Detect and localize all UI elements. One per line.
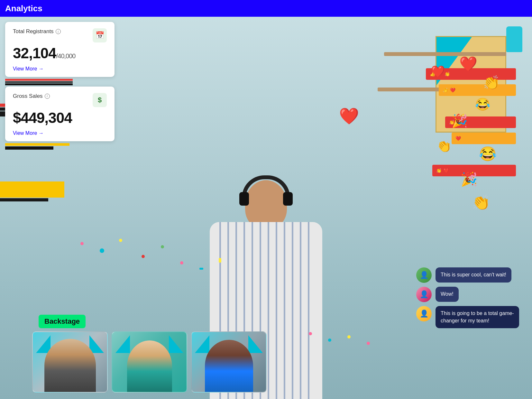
registrants-value: 32,104/40,000 <box>13 45 107 61</box>
confetti-pink2 <box>180 261 183 264</box>
bar-yellow-1 <box>5 143 69 146</box>
chat-bubble-3: This is going to be a total game-changer… <box>436 306 519 328</box>
confetti-teal2 <box>199 268 203 270</box>
registrants-card: Total Registrants i 📅 32,104/40,000 View… <box>5 22 115 77</box>
headphone-ear-left <box>239 192 249 206</box>
gross-sales-card: Gross Sales i $ $449,304 View More → <box>5 87 115 142</box>
headphone-ear-right <box>283 192 293 206</box>
gross-sales-icon-box: $ <box>93 93 107 107</box>
registrants-card-header: Total Registrants i 📅 <box>13 28 107 42</box>
confetti-pink4 <box>367 342 370 345</box>
chat-message-1: 👤 This is super cool, can't wait! <box>416 267 526 283</box>
gross-sales-label: Gross Sales i <box>13 93 50 99</box>
thumb-triangle-right-3 <box>248 335 263 353</box>
shirt-stripe <box>284 222 285 399</box>
gross-sales-icon: $ <box>98 96 102 104</box>
chat-message-3: 👤 This is going to be a total game-chang… <box>416 306 526 328</box>
confetti-pink <box>80 242 84 245</box>
chat-messages-container: 👤 This is super cool, can't wait! 👤 Wow!… <box>416 267 526 328</box>
gross-sales-label-text: Gross Sales <box>13 93 43 99</box>
gross-sales-number: $449,304 <box>13 109 72 126</box>
decorative-vase <box>506 26 522 52</box>
gross-sales-card-header: Gross Sales i $ <box>13 93 107 107</box>
registrants-icon: 📅 <box>96 31 104 40</box>
confetti-red <box>142 255 145 258</box>
kitchen-shelf-mid <box>378 88 513 91</box>
thumb-triangle-right-1 <box>89 335 104 353</box>
registrants-info-icon[interactable]: i <box>56 29 61 34</box>
confetti-teal <box>100 248 104 253</box>
confetti-yellow2 <box>219 258 221 263</box>
confetti-teal3 <box>328 339 331 342</box>
confetti-yellow <box>119 239 122 242</box>
registrants-number: 32,104 <box>13 45 56 61</box>
stripe-yellow <box>0 181 64 198</box>
chat-message-2: 👤 Wow! <box>416 287 526 302</box>
shirt-stripe <box>268 222 269 399</box>
confetti-pink3 <box>309 332 312 335</box>
backstage-label: Backstage <box>39 315 86 328</box>
shirt-stripe <box>308 222 309 399</box>
gross-sales-value: $449,304 <box>13 110 107 126</box>
thumb-person-2 <box>127 340 172 392</box>
shirt-stripe <box>300 222 301 399</box>
registrants-icon-box: 📅 <box>93 28 107 42</box>
avatar-person-1: 👤 <box>416 267 432 283</box>
chat-avatar-2: 👤 <box>416 287 432 302</box>
bar-red-1 <box>5 79 73 81</box>
chat-bubble-1: This is super cool, can't wait! <box>436 267 511 282</box>
gross-sales-info-icon[interactable]: i <box>45 94 50 99</box>
thumb-triangle-3 <box>195 335 209 353</box>
bars-decoration-1 <box>5 79 115 81</box>
chat-avatar-3: 👤 <box>416 306 432 321</box>
bar-black-2 <box>5 83 73 85</box>
wall-art-triangle <box>436 37 472 85</box>
kitchen-shelf-top <box>384 52 506 56</box>
main-video-area: 👍 ❤️ 👏 👏 ❤️ 👏 ❤️ 👏 ❤️ ❤️ 😂 👏 🎉 😂 👏 🎉 👏 ❤… <box>0 17 532 399</box>
stripe-black3 <box>0 198 48 201</box>
thumbnail-2[interactable] <box>112 331 187 393</box>
bar-black-1 <box>5 81 73 83</box>
analytics-cards-container: Total Registrants i 📅 32,104/40,000 View… <box>5 22 115 150</box>
thumb-triangle-right-2 <box>169 335 183 353</box>
thumbnail-1[interactable] <box>32 331 108 393</box>
thumb-person-3 <box>205 340 253 392</box>
shirt-stripe <box>292 222 293 399</box>
avatar-person-3: 👤 <box>416 306 432 321</box>
presenter-head <box>245 180 287 228</box>
headphone-band <box>242 175 290 198</box>
confetti-yellow3 <box>347 335 351 339</box>
thumbnails-row <box>32 331 267 399</box>
registrants-denominator: /40,000 <box>56 52 76 60</box>
registrants-label: Total Registrants i <box>13 28 61 35</box>
top-bar: Analytics <box>0 0 532 17</box>
gross-sales-view-more[interactable]: View More → <box>13 130 107 136</box>
registrants-view-more[interactable]: View More → <box>13 66 107 72</box>
avatar-person-2: 👤 <box>416 287 432 302</box>
shirt-stripe <box>276 222 277 399</box>
wall-art <box>436 36 506 133</box>
confetti-green <box>161 245 164 248</box>
registrants-label-text: Total Registrants <box>13 28 54 35</box>
thumb-person-1 <box>44 339 96 392</box>
app-title: Analytics <box>5 4 42 14</box>
chat-bubble-2: Wow! <box>436 287 459 302</box>
thumbnail-3[interactable] <box>191 331 267 393</box>
chat-avatar-1: 👤 <box>416 267 432 283</box>
bar-black-3 <box>5 146 53 150</box>
thumb-triangle-2 <box>115 335 130 353</box>
